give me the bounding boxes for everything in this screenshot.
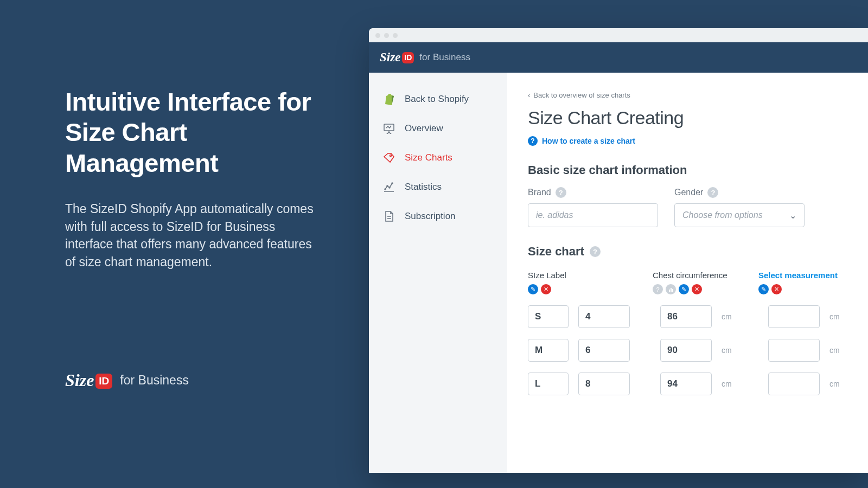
brand-input[interactable] bbox=[528, 203, 658, 227]
brand-field-group: Brand ? bbox=[528, 187, 658, 227]
col-icon-row: ? ✎ ✕ bbox=[653, 284, 737, 294]
logo-suffix: for Business bbox=[120, 373, 189, 388]
size-label-input[interactable] bbox=[528, 305, 569, 328]
edit-icon[interactable]: ✎ bbox=[679, 284, 689, 294]
svg-rect-7 bbox=[671, 288, 672, 292]
chart-icon[interactable] bbox=[666, 284, 676, 294]
marketing-headline: Intuitive Interface for Size Chart Manag… bbox=[65, 87, 320, 178]
col-chest: Chest circumference ? ✎ ✕ bbox=[653, 271, 737, 294]
header-logo-suffix: for Business bbox=[419, 52, 470, 63]
chest-input[interactable] bbox=[660, 339, 712, 362]
size-num-input[interactable] bbox=[578, 373, 630, 395]
app-header: SizeID for Business bbox=[369, 42, 868, 73]
extra-measure-input[interactable] bbox=[768, 373, 820, 395]
marketing-panel: Intuitive Interface for Size Chart Manag… bbox=[65, 87, 320, 271]
table-body: cm cm cm cm bbox=[528, 305, 847, 395]
basic-info-heading: Basic size chart information bbox=[528, 163, 847, 177]
edit-icon[interactable]: ✎ bbox=[758, 284, 769, 294]
app-body: Back to Shopify Overview Size Charts Sta… bbox=[369, 73, 868, 473]
traffic-light-min[interactable] bbox=[384, 33, 389, 38]
back-to-overview-link[interactable]: ‹ Back to overview of size charts bbox=[528, 91, 630, 99]
delete-icon[interactable]: ✕ bbox=[541, 284, 551, 294]
brand-label: Brand ? bbox=[528, 187, 658, 198]
edit-icon[interactable]: ✎ bbox=[528, 284, 538, 294]
help-icon[interactable]: ? bbox=[707, 187, 718, 198]
page-title: Size Chart Creating bbox=[528, 107, 847, 129]
help-icon: ? bbox=[528, 136, 538, 146]
main-content: ‹ Back to overview of size charts Size C… bbox=[507, 73, 868, 473]
unit-label: cm bbox=[722, 346, 738, 355]
size-chart-heading-text: Size chart bbox=[528, 245, 584, 259]
unit-label: cm bbox=[829, 346, 846, 355]
sidebar-item-statistics[interactable]: Statistics bbox=[369, 172, 507, 202]
sidebar-item-label: Subscription bbox=[405, 211, 456, 222]
help-icon[interactable]: ? bbox=[590, 246, 601, 257]
svg-rect-6 bbox=[669, 290, 670, 292]
sidebar-item-label: Size Charts bbox=[405, 152, 452, 163]
unit-label: cm bbox=[829, 380, 846, 388]
size-chart-table: SIze Label ✎ ✕ Chest circumference ? bbox=[528, 271, 847, 395]
gender-label-text: Gender bbox=[674, 188, 703, 197]
presentation-icon bbox=[383, 123, 395, 134]
sidebar-item-label: Back to Shopify bbox=[405, 94, 469, 105]
tag-icon bbox=[383, 152, 395, 164]
col-icon-row: ✎ ✕ bbox=[528, 284, 631, 294]
svg-point-1 bbox=[390, 155, 392, 157]
col-title: Chest circumference bbox=[653, 271, 737, 280]
window-titlebar bbox=[369, 28, 868, 42]
how-to-create-link[interactable]: ? How to create a size chart bbox=[528, 136, 635, 146]
logo-id-badge: ID bbox=[95, 374, 112, 389]
col-icon-row: ✎ ✕ bbox=[758, 284, 851, 294]
chevron-left-icon: ‹ bbox=[528, 91, 530, 99]
stats-icon bbox=[383, 181, 395, 193]
svg-rect-8 bbox=[672, 289, 673, 292]
chevron-down-icon: ⌄ bbox=[789, 210, 796, 221]
gender-select[interactable]: Choose from options ⌄ bbox=[674, 203, 805, 227]
sidebar-item-label: Overview bbox=[405, 123, 443, 134]
col-title: SIze Label bbox=[528, 271, 631, 280]
shopify-icon bbox=[383, 93, 395, 105]
logo-wordmark: SizeID bbox=[65, 370, 112, 390]
table-row: cm cm bbox=[528, 373, 847, 395]
footer-logo: SizeID for Business bbox=[65, 370, 189, 390]
size-chart-heading: Size chart ? bbox=[528, 245, 847, 259]
sidebar: Back to Shopify Overview Size Charts Sta… bbox=[369, 73, 507, 473]
help-icon[interactable]: ? bbox=[653, 284, 663, 294]
size-num-input[interactable] bbox=[578, 305, 630, 328]
gender-field-group: Gender ? Choose from options ⌄ bbox=[674, 187, 805, 227]
traffic-light-close[interactable] bbox=[375, 33, 380, 38]
sidebar-item-subscription[interactable]: Subscription bbox=[369, 202, 507, 231]
table-row: cm cm bbox=[528, 305, 847, 328]
backlink-label: Back to overview of size charts bbox=[533, 91, 630, 99]
table-row: cm cm bbox=[528, 339, 847, 362]
gender-select-placeholder: Choose from options bbox=[682, 210, 763, 220]
extra-measure-input[interactable] bbox=[768, 339, 820, 362]
unit-label: cm bbox=[722, 380, 738, 388]
extra-measure-input[interactable] bbox=[768, 305, 820, 328]
sidebar-item-label: Statistics bbox=[405, 182, 442, 192]
traffic-light-max[interactable] bbox=[393, 33, 398, 38]
app-window: SizeID for Business Back to Shopify Over… bbox=[369, 28, 868, 473]
help-icon[interactable]: ? bbox=[556, 187, 566, 198]
size-num-input[interactable] bbox=[578, 339, 630, 362]
help-link-label: How to create a size chart bbox=[542, 137, 635, 145]
size-label-input[interactable] bbox=[528, 339, 569, 362]
chest-input[interactable] bbox=[660, 373, 712, 395]
basic-info-heading-text: Basic size chart information bbox=[528, 163, 687, 177]
delete-icon[interactable]: ✕ bbox=[692, 284, 702, 294]
col-select-measurement: Select measurement ✎ ✕ bbox=[758, 271, 851, 294]
unit-label: cm bbox=[829, 312, 846, 321]
basic-form-row: Brand ? Gender ? Choose from options ⌄ bbox=[528, 187, 847, 227]
sidebar-item-overview[interactable]: Overview bbox=[369, 114, 507, 143]
document-icon bbox=[383, 210, 395, 222]
sidebar-item-back-shopify[interactable]: Back to Shopify bbox=[369, 85, 507, 114]
delete-icon[interactable]: ✕ bbox=[771, 284, 782, 294]
unit-label: cm bbox=[722, 312, 738, 321]
sidebar-item-size-charts[interactable]: Size Charts bbox=[369, 143, 507, 172]
size-label-input[interactable] bbox=[528, 373, 569, 395]
chest-input[interactable] bbox=[660, 305, 712, 328]
logo-size-text: Size bbox=[65, 370, 94, 390]
col-size-label: SIze Label ✎ ✕ bbox=[528, 271, 631, 294]
table-head: SIze Label ✎ ✕ Chest circumference ? bbox=[528, 271, 847, 294]
select-measurement-link[interactable]: Select measurement bbox=[758, 271, 851, 280]
